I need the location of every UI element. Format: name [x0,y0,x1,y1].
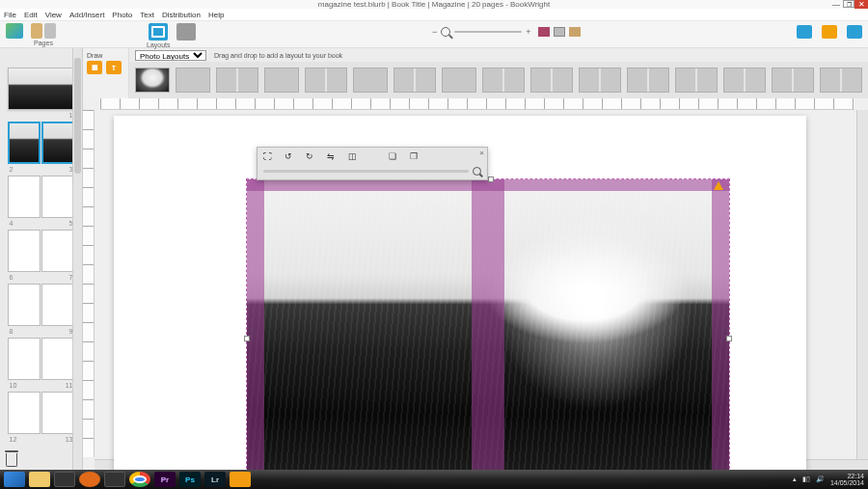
layout-type-select[interactable]: Photo Layouts [135,50,206,61]
tray-date: 14/05/2014 [830,479,864,486]
layout-thumb[interactable] [820,68,862,93]
draw-label: Draw [87,52,124,59]
send-back-icon[interactable]: ❏ [389,151,400,163]
layout-thumb[interactable] [772,68,814,93]
tray-network-icon[interactable]: ▮▯ [802,475,810,483]
swatch-trim[interactable] [569,27,581,37]
pages-icon-2 [44,23,56,39]
zoom-slider[interactable] [454,31,522,33]
file-explorer-icon[interactable] [29,472,50,487]
trash-icon[interactable] [6,453,17,467]
menu-photo[interactable]: Photo [112,11,132,19]
window-controls: — ❐ ✕ [829,0,868,9]
chrome-icon[interactable] [129,472,150,487]
layout-thumb[interactable] [723,68,766,93]
minimize-button[interactable]: — [829,0,843,9]
status-flags [797,25,862,39]
system-tray[interactable]: ▴ ▮▯ 🔊 22:14 14/05/2014 [793,473,864,486]
swatch-bleed[interactable] [538,27,550,37]
image-frame[interactable] [247,179,729,471]
page-thumbnail[interactable]: 45 [8,176,75,218]
flag-upload-icon[interactable] [847,25,862,39]
restore-button[interactable]: ❐ [843,0,854,8]
tray-volume-icon[interactable]: 🔊 [816,475,825,483]
layout-thumb[interactable] [482,68,525,93]
layout-thumb[interactable] [353,68,388,93]
menu-text[interactable]: Text [140,11,154,19]
page-thumbnail[interactable]: 89 [8,284,75,326]
firefox-icon[interactable] [79,472,100,487]
zoom-in-icon[interactable]: + [526,27,530,37]
window-titlebar: magazine test.blurb | Book Title | Magaz… [0,0,868,9]
page-thumbnail[interactable]: 1 [8,68,75,110]
layout-thumb[interactable] [393,68,436,93]
layout-thumb[interactable] [216,68,258,93]
taskbar-app-icon[interactable] [54,472,75,487]
flag-sync-icon[interactable] [797,25,812,39]
resize-handle[interactable] [244,336,250,341]
resize-handle[interactable] [488,177,494,182]
photoshop-icon[interactable]: Ps [179,472,201,487]
draw-text-box-tool[interactable]: T [106,61,122,74]
layout-thumb[interactable] [305,68,347,93]
bookwright-icon[interactable] [230,472,251,487]
toolbar-close-icon[interactable]: × [479,149,484,157]
resolution-warning-icon[interactable] [714,181,723,190]
ruler-vertical [83,110,95,457]
tray-up-icon[interactable]: ▴ [793,475,797,483]
layout-thumbnails [129,62,868,98]
layout-thumb[interactable] [579,68,621,93]
crop-icon[interactable]: ◫ [348,151,360,163]
start-button[interactable] [4,472,25,487]
fit-icon[interactable]: ⛶ [263,151,275,163]
tray-clock[interactable]: 22:14 14/05/2014 [830,473,864,486]
flip-icon[interactable]: ⇋ [327,151,339,163]
layout-thumb[interactable] [627,68,669,93]
layout-thumb[interactable] [135,68,170,93]
page-thumbnail[interactable]: 1011 [8,338,75,380]
swatch-safe[interactable] [554,27,565,37]
layouts-label: Layouts [147,41,171,48]
layout-thumb[interactable] [530,68,573,93]
layout-thumb[interactable] [442,68,476,93]
zoom-out-icon[interactable]: − [432,27,437,37]
magnifier-icon [473,167,481,176]
view-swatches [538,27,581,37]
taskbar-app-icon[interactable] [104,472,125,487]
image-toolbar[interactable]: × ⛶ ↺ ↻ ⇋ ◫ ❏ ❐ [257,147,488,180]
menu-help[interactable]: Help [208,11,224,19]
page-thumbnail[interactable]: 23 [8,122,75,164]
bring-front-icon[interactable]: ❐ [410,151,421,163]
layout-thumb[interactable] [176,68,210,93]
layouts-mode-button[interactable] [149,23,168,41]
menu-edit[interactable]: Edit [24,11,38,19]
page-thumbnail[interactable]: 67 [8,230,75,272]
close-button[interactable]: ✕ [854,0,868,9]
draw-image-box-tool[interactable]: ▦ [87,61,102,74]
rotate-left-icon[interactable]: ↺ [285,151,296,163]
layout-thumb[interactable] [675,68,718,93]
images-mode-button[interactable] [176,23,196,41]
page-thumbnail[interactable]: 1213 [8,392,75,434]
image-zoom-slider[interactable] [263,170,469,173]
menu-file[interactable]: File [4,11,16,19]
resize-handle[interactable] [726,336,732,341]
pages-icon[interactable] [31,23,42,39]
menu-add-insert[interactable]: Add/Insert [69,11,104,19]
flag-warning-icon[interactable] [822,25,837,39]
rotate-right-icon[interactable]: ↻ [306,151,317,163]
layout-thumb[interactable] [264,68,299,93]
menu-distribution[interactable]: Distribution [162,11,201,19]
menu-bar: File Edit View Add/Insert Photo Text Dis… [0,9,868,21]
canvas-vertical-scrollbar[interactable] [856,110,868,459]
lightroom-icon[interactable]: Lr [204,472,226,487]
magnifier-icon [441,27,450,37]
zoom-control[interactable]: − + [432,27,531,37]
premiere-icon[interactable]: Pr [154,472,176,487]
sidebar-scrollbar[interactable] [72,48,82,471]
mode-toolbar: Layouts [147,23,196,48]
book-cover-button[interactable] [6,23,23,39]
window-title: magazine test.blurb | Book Title | Magaz… [0,0,868,9]
layout-strip: Photo Layouts Drag and drop to add a lay… [129,48,868,98]
menu-view[interactable]: View [45,11,62,19]
